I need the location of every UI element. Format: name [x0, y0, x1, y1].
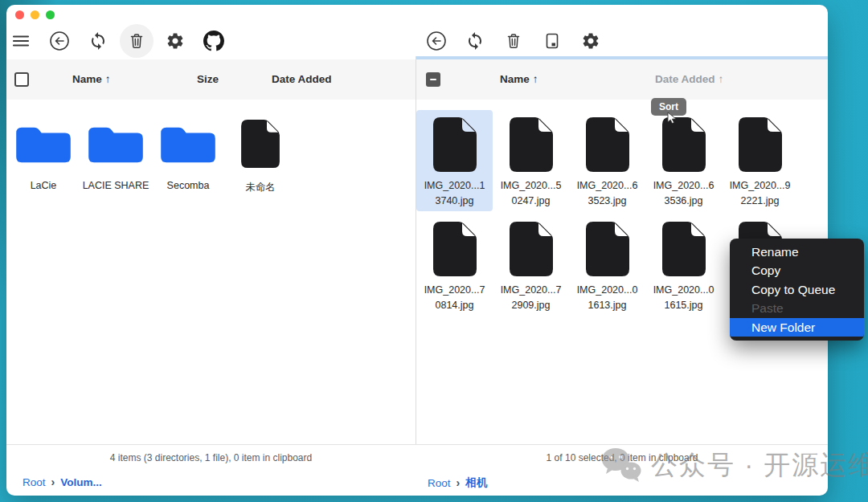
folder-icon: [158, 122, 218, 167]
right-pane-file-grid-row1: IMG_2020...13740.jpg IMG_2020...50247.jp…: [416, 110, 798, 211]
file-item[interactable]: IMG_2020...92221.jpg: [722, 110, 798, 211]
menu-item-copy-to-queue[interactable]: Copy to Queue: [730, 280, 864, 299]
chevron-right-icon: ›: [457, 476, 461, 489]
sort-arrow-icon: ↑: [719, 73, 724, 85]
right-pane-header: Name↑ Date Added↑: [416, 59, 828, 100]
file-item[interactable]: IMG_2020...72909.jpg: [493, 214, 569, 316]
statusbar-divider: [6, 444, 828, 445]
file-item[interactable]: IMG_2020...63536.jpg: [645, 110, 722, 211]
close-button[interactable]: [15, 10, 24, 19]
left-pane-file-grid: LaCie LACIE SHARE Secomba 未命名: [7, 112, 297, 206]
menu-item-new-folder[interactable]: New Folder: [730, 318, 864, 337]
right-breadcrumb: Root › 相机: [428, 475, 487, 490]
folder-item[interactable]: Secomba: [152, 112, 224, 206]
mouse-cursor: [667, 112, 678, 124]
delete-button[interactable]: [117, 22, 156, 59]
trash-icon: [127, 31, 146, 51]
breadcrumb-root-link[interactable]: Root: [428, 477, 451, 489]
file-manager-window: Name↑ Size Date Added Name↑ Date Added↑ …: [6, 5, 828, 496]
sort-arrow-icon: ↑: [533, 73, 538, 85]
pane-divider[interactable]: [416, 56, 416, 444]
file-icon: [661, 116, 706, 173]
refresh-button[interactable]: [79, 22, 117, 59]
file-item[interactable]: IMG_2020...01613.jpg: [569, 214, 645, 316]
breadcrumb-current[interactable]: 相机: [465, 475, 487, 490]
folder-icon: [86, 122, 145, 167]
file-item[interactable]: IMG_2020...50247.jpg: [493, 110, 569, 211]
breadcrumb-root-link[interactable]: Root: [23, 476, 46, 488]
column-header-date-added[interactable]: Date Added↑: [655, 73, 723, 85]
file-icon: [661, 221, 706, 277]
chevron-right-icon: ›: [51, 475, 55, 488]
file-icon: [738, 116, 783, 173]
column-header-date-added[interactable]: Date Added: [272, 73, 332, 85]
folder-icon: [14, 122, 73, 167]
file-icon: [509, 116, 554, 173]
sort-arrow-icon: ↑: [105, 73, 111, 85]
settings-button[interactable]: [571, 22, 610, 59]
settings-button[interactable]: [156, 22, 194, 59]
delete-button[interactable]: [494, 22, 533, 59]
refresh-icon: [465, 31, 485, 51]
file-item[interactable]: IMG_2020...70814.jpg: [416, 214, 493, 316]
settings-icon: [581, 31, 600, 51]
select-all-checkbox[interactable]: [14, 72, 29, 87]
file-icon: [432, 116, 477, 173]
trash-icon: [504, 31, 523, 51]
watermark: 公众号 · 开源运维: [600, 447, 868, 484]
context-menu: Rename Copy Copy to Queue Paste New Fold…: [730, 239, 864, 341]
breadcrumb-current[interactable]: Volum...: [60, 476, 102, 488]
select-all-checkbox[interactable]: [426, 72, 440, 87]
left-pane-header: Name↑ Size Date Added: [6, 59, 416, 100]
watermark-text: 公众号 · 开源运维: [651, 447, 868, 484]
menu-button[interactable]: [6, 22, 40, 59]
column-header-name[interactable]: Name↑: [72, 73, 111, 85]
file-item-selected[interactable]: IMG_2020...13740.jpg: [416, 110, 493, 211]
left-pane-toolbar: [6, 22, 233, 59]
window-controls: [15, 10, 55, 19]
menu-item-rename[interactable]: Rename: [730, 243, 864, 261]
mobile-device-icon: [542, 31, 562, 51]
folder-item[interactable]: LaCie: [7, 112, 80, 206]
file-item[interactable]: 未命名: [224, 112, 297, 206]
left-pane-status: 4 items (3 directories, 1 file), 0 item …: [6, 452, 416, 463]
back-button[interactable]: [40, 22, 79, 59]
column-header-name[interactable]: Name↑: [500, 73, 538, 85]
file-icon: [432, 221, 477, 277]
settings-icon: [166, 31, 185, 51]
file-icon: [585, 116, 630, 173]
file-item[interactable]: IMG_2020...01615.jpg: [645, 214, 722, 316]
back-icon: [49, 31, 70, 51]
file-icon: [509, 221, 554, 277]
menu-item-copy[interactable]: Copy: [730, 261, 864, 280]
file-item[interactable]: IMG_2020...63523.jpg: [569, 110, 645, 211]
github-icon: [203, 31, 224, 51]
zoom-button[interactable]: [46, 10, 55, 19]
device-button[interactable]: [533, 22, 571, 59]
file-icon: [585, 221, 630, 277]
file-icon: [237, 119, 284, 169]
refresh-icon: [88, 31, 108, 51]
right-pane-toolbar: [417, 22, 610, 59]
minimize-button[interactable]: [31, 10, 39, 19]
wechat-icon: [600, 447, 643, 484]
folder-item[interactable]: LACIE SHARE: [80, 112, 152, 206]
menu-icon: [11, 31, 31, 51]
left-breadcrumb: Root › Volum...: [23, 475, 102, 488]
back-button[interactable]: [417, 22, 456, 59]
refresh-button[interactable]: [456, 22, 494, 59]
back-icon: [426, 31, 447, 51]
github-button[interactable]: [194, 22, 233, 59]
menu-item-paste: Paste: [730, 299, 864, 317]
column-header-size[interactable]: Size: [197, 73, 219, 85]
